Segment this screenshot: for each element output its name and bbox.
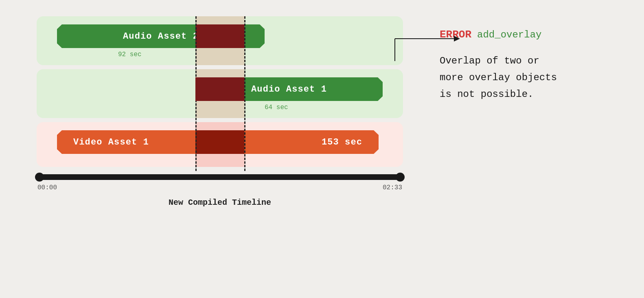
audio1-label: Audio Asset 1 xyxy=(251,84,327,94)
bar-audio2-overlap xyxy=(195,24,244,48)
dashed-line-right xyxy=(244,16,245,171)
track-video1: Video Asset 1 153 sec xyxy=(37,122,403,167)
bar-audio1-overlap xyxy=(195,77,244,101)
video1-duration: 153 sec xyxy=(322,137,362,147)
timeline-section: Audio Asset 2 92 sec Audio Asset 1 64 se… xyxy=(24,16,415,207)
video1-label: Video Asset 1 xyxy=(73,137,149,147)
audio1-duration: 64 sec xyxy=(265,104,288,111)
error-title-row: ERROR add_overlay xyxy=(440,28,620,41)
error-message: Overlap of two ormore overlay objectsis … xyxy=(440,53,620,103)
error-function: add_overlay xyxy=(477,29,541,40)
audio2-label: Audio Asset 2 xyxy=(123,31,199,42)
time-end: 02:33 xyxy=(383,184,402,191)
timeline-title: New Compiled Timeline xyxy=(169,198,271,207)
error-message-text: Overlap of two ormore overlay objectsis … xyxy=(440,55,557,100)
ruler-cap-left xyxy=(35,173,44,182)
time-start: 00:00 xyxy=(37,184,57,191)
track-audio1: Audio Asset 1 64 sec xyxy=(37,69,403,118)
ruler-labels: 00:00 02:33 xyxy=(37,184,403,191)
ruler-bar xyxy=(37,174,403,180)
ruler-cap-right xyxy=(396,173,405,182)
tracks-area: Audio Asset 2 92 sec Audio Asset 1 64 se… xyxy=(37,16,403,171)
main-container: Audio Asset 2 92 sec Audio Asset 1 64 se… xyxy=(0,0,644,298)
error-section: ERROR add_overlay Overlap of two ormore … xyxy=(440,16,620,103)
timeline-ruler: 00:00 02:33 xyxy=(37,174,403,191)
track-audio2: Audio Asset 2 92 sec xyxy=(37,16,403,65)
bar-video1-overlap xyxy=(195,130,244,154)
audio2-duration: 92 sec xyxy=(118,51,142,58)
error-keyword: ERROR xyxy=(440,28,471,41)
